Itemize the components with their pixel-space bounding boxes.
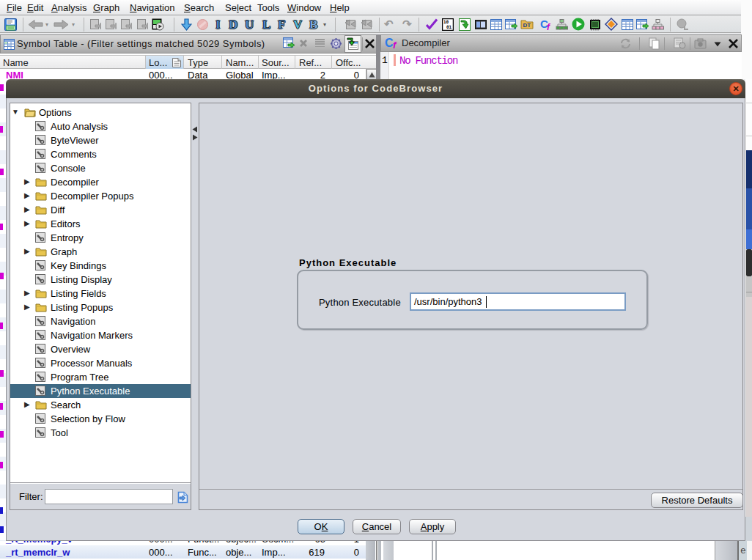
svg-text:DT: DT [523,22,531,29]
svg-text:01: 01 [446,24,452,29]
svg-text:10: 10 [443,19,449,24]
